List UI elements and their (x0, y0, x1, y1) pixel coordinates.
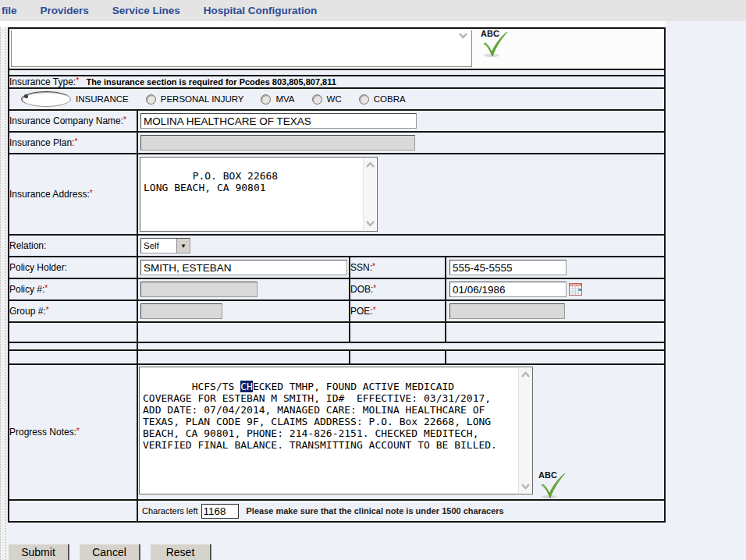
radio-cobra[interactable] (359, 94, 369, 105)
required-mark: * (372, 262, 375, 271)
radio-wc[interactable] (312, 94, 322, 105)
spellcheck-abc-icon[interactable]: ABC (480, 27, 510, 58)
policy-number-label: Policy #:* (9, 278, 137, 300)
policy-holder-input[interactable] (140, 260, 347, 275)
insurance-type-note: The insurance section is required for Pc… (86, 77, 336, 87)
empty-cell (446, 322, 665, 342)
relation-selected-value: Self (141, 239, 176, 253)
ssn-label: SSN:* (350, 257, 446, 278)
characters-left-cell: Characters left Please make sure that th… (137, 500, 665, 522)
empty-cell (137, 322, 350, 342)
progress-notes-cell: HCFS/TS CHECKED TMHP, FOUND ACTIVE MEDIC… (137, 364, 665, 500)
insurance-type-radio-group: INSURANCE PERSONAL INJURY MVA WC COBRA (9, 91, 664, 107)
reset-button[interactable]: Reset (150, 544, 211, 560)
radio-personal-injury[interactable] (146, 94, 156, 105)
svg-text:ABC: ABC (538, 470, 557, 480)
calendar-icon[interactable] (569, 283, 582, 296)
ssn-input[interactable] (449, 260, 567, 275)
left-gutter (0, 27, 6, 560)
plan-label-text: Insurance Plan: (9, 137, 74, 148)
company-name-input[interactable] (140, 113, 417, 129)
address-textarea[interactable]: P.O. BOX 22668 LONG BEACH, CA 90801 (140, 157, 378, 232)
group-number-input (140, 303, 222, 319)
notes-text-selected: CH (240, 381, 253, 392)
empty-cell (9, 500, 137, 522)
required-mark: * (44, 284, 48, 292)
company-name-label-text: Insurance Company Name: (9, 115, 123, 126)
radio-cobra-label: COBRA (374, 94, 406, 104)
notes-text-before: HCFS/TS (192, 381, 241, 392)
form-actions: Submit Cancel Reset (8, 544, 746, 560)
required-mark: * (46, 306, 49, 314)
insurance-type-options-cell: INSURANCE PERSONAL INJURY MVA WC COBRA (9, 88, 665, 110)
radio-personal-injury-label: PERSONAL INJURY (161, 94, 244, 104)
radio-insurance-label: INSURANCE (76, 94, 129, 104)
insurance-type-label: Insurance Type: (9, 76, 76, 87)
progress-notes-textarea[interactable]: HCFS/TS CHECKED TMHP, FOUND ACTIVE MEDIC… (139, 367, 533, 494)
relation-cell: Self ▼ (137, 235, 665, 257)
progress-notes-label: Progress Notes:* (9, 364, 137, 500)
menu-item-hospital-configuration[interactable]: Hospital Configuration (204, 5, 318, 16)
top-menu-bar: file Providers Service Lines Hospital Co… (0, 0, 746, 21)
dob-label: DOB:* (350, 278, 446, 300)
company-name-label: Insurance Company Name:* (9, 110, 137, 132)
scrollbar-down-icon[interactable] (520, 483, 531, 490)
radio-mva[interactable] (261, 94, 271, 105)
ssn-cell (446, 257, 665, 278)
relation-label-text: Relation: (9, 240, 46, 251)
address-label: Insurance Address:* (9, 154, 137, 235)
address-scrollbar[interactable] (363, 158, 376, 230)
relation-select[interactable]: Self ▼ (140, 238, 190, 253)
menu-item-file[interactable]: file (2, 5, 17, 16)
chevron-down-icon: ▼ (180, 243, 186, 250)
required-mark: * (90, 189, 93, 197)
poe-label: POE:* (350, 300, 446, 322)
insurance-form-table: ABC Insurance Type:* The insurance secti… (8, 27, 666, 523)
scrollbar-up-icon[interactable] (365, 161, 375, 168)
scrollbar-up-icon[interactable] (520, 371, 531, 378)
required-mark: * (76, 76, 79, 85)
svg-text:ABC: ABC (481, 29, 499, 38)
scrollbar-down-icon[interactable] (458, 32, 468, 39)
address-text: P.O. BOX 22668 LONG BEACH, CA 90801 (144, 170, 278, 193)
spellcheck-abc-icon[interactable]: ABC (538, 468, 567, 499)
required-mark: * (74, 137, 77, 146)
submit-button[interactable]: Submit (8, 544, 69, 560)
company-name-cell (137, 110, 665, 132)
required-mark: * (123, 115, 126, 124)
poe-cell (446, 300, 665, 322)
address-label-text: Insurance Address: (9, 189, 90, 200)
empty-cell (350, 322, 446, 342)
select-dropdown-button[interactable]: ▼ (176, 239, 190, 253)
dob-cell (446, 278, 665, 300)
radio-insurance[interactable] (21, 91, 71, 107)
policy-holder-label: Policy Holder: (9, 257, 137, 278)
empty-cell (137, 342, 665, 350)
insurance-type-header: Insurance Type:* The insurance section i… (9, 76, 665, 88)
dob-label-text: DOB: (350, 284, 373, 295)
required-mark: * (76, 427, 80, 435)
cancel-button[interactable]: Cancel (79, 544, 140, 560)
empty-cell (446, 350, 665, 364)
menu-divider (0, 21, 666, 27)
dob-input[interactable] (449, 282, 567, 297)
group-number-label: Group #:* (9, 300, 137, 322)
notes-scrollbar[interactable] (518, 368, 531, 493)
relation-label: Relation: (9, 235, 137, 257)
scrollbar-down-icon[interactable] (365, 220, 375, 227)
progress-notes-label-text: Progress Notes: (9, 427, 76, 438)
required-mark: * (373, 306, 376, 314)
poe-input (449, 303, 565, 319)
spacer-row (9, 69, 665, 76)
plan-input (140, 135, 415, 151)
address-cell: P.O. BOX 22668 LONG BEACH, CA 90801 (137, 154, 665, 235)
menu-item-providers[interactable]: Providers (41, 5, 89, 16)
radio-wc-label: WC (327, 94, 342, 104)
empty-cell (350, 350, 446, 364)
menu-item-service-lines[interactable]: Service Lines (112, 5, 180, 16)
top-textarea[interactable] (11, 30, 472, 67)
characters-left-input (201, 504, 239, 519)
policy-number-input (140, 282, 258, 297)
empty-cell (9, 350, 137, 364)
plan-cell (137, 132, 665, 154)
